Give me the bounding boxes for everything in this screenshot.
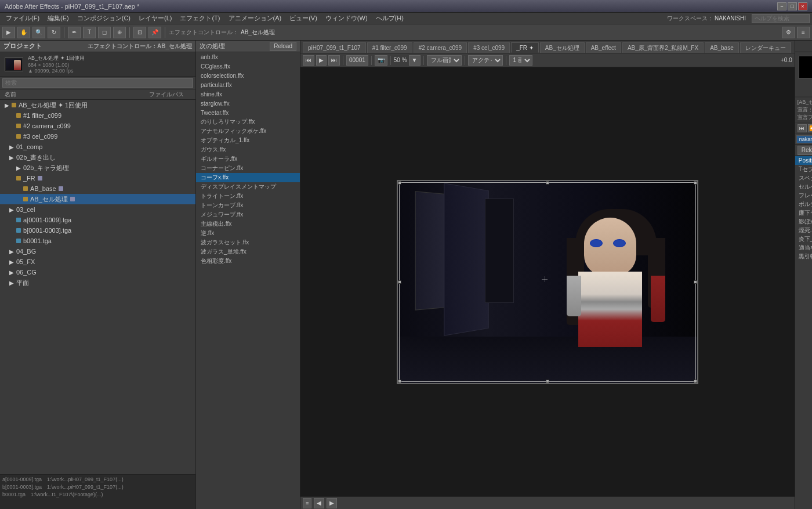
effect-corfx[interactable]: コーフx.ffx	[196, 173, 300, 182]
reffect-9[interactable]: 炎下_独.ffx	[795, 234, 812, 243]
project-search-input[interactable]	[2, 78, 193, 88]
menu-view[interactable]: ビュー(V)	[286, 13, 321, 24]
reffect-11[interactable]: 黒引軌跡.ffx	[795, 252, 812, 261]
tree-item-3[interactable]: #3 cel_c099	[0, 131, 195, 142]
tree-item-0[interactable]: ▶ AB_セル処理 ✦ 1回使用	[0, 100, 195, 110]
menu-comp[interactable]: コンポジション(C)	[74, 13, 134, 24]
effect-waveglass2[interactable]: 波ガラス_単埃.ffx	[196, 247, 300, 257]
effect-reverse[interactable]: 逆.ffx	[196, 229, 300, 238]
comp-tab-camera[interactable]: #2 camera_c099	[414, 42, 467, 53]
comp-tool-forward[interactable]: ⏭	[328, 55, 340, 66]
effect-colorsel[interactable]: colorselection.ffx	[196, 71, 300, 80]
tool-text[interactable]: T	[83, 27, 96, 38]
effect-particular[interactable]: particular.ffx	[196, 80, 300, 89]
tool-zoom[interactable]: 🔍	[32, 27, 45, 38]
tool-rotate[interactable]: ↻	[48, 27, 60, 38]
comp-tab-ab-cel[interactable]: AB_セル処理	[540, 42, 585, 53]
help-search-input[interactable]	[752, 14, 810, 23]
preview-first[interactable]: ⏮	[798, 124, 807, 132]
comp-view-select[interactable]: 1 画面	[509, 55, 532, 66]
effect-displace[interactable]: ディスプレイスメントマップ	[196, 182, 300, 192]
right-reload-button[interactable]: Reload	[798, 146, 812, 155]
reffect-4[interactable]: フレームカサブラウ.ffx	[795, 191, 812, 200]
effects-reload-button[interactable]: Reload	[270, 42, 296, 51]
comp-snapshot[interactable]: 📷	[375, 55, 387, 66]
comp-camera-select[interactable]: アクティブカメラ	[468, 55, 503, 66]
reffect-3[interactable]: セルベルスカラーグ.ffx	[795, 182, 812, 191]
comp-zoom-down[interactable]: ▼	[409, 55, 420, 66]
comp-tool-back[interactable]: ⏮	[303, 55, 314, 66]
tree-item-17[interactable]: ▶ 平面	[0, 277, 195, 288]
tree-item-10[interactable]: ▶ 03_cel	[0, 204, 195, 215]
reffect-1[interactable]: Tセブリset.ffx	[795, 165, 812, 174]
menu-layer[interactable]: レイヤー(L)	[135, 13, 175, 24]
maximize-button[interactable]: □	[788, 2, 797, 10]
menu-animation[interactable]: アニメーション(A)	[225, 13, 285, 24]
tree-item-7[interactable]: _FR	[0, 173, 195, 183]
tree-item-4[interactable]: ▶ 01_comp	[0, 142, 195, 152]
menu-effect[interactable]: エフェクト(T)	[176, 13, 223, 24]
comp-nav-next[interactable]: ▶	[327, 498, 337, 508]
tool-pen[interactable]: ✒	[68, 27, 81, 38]
comp-tab-ab-haikei[interactable]: AB_原_背面界2_私服M_FX	[622, 42, 704, 53]
comp-tab-fr[interactable]: _FR ✦	[511, 42, 539, 53]
comp-quality-select[interactable]: フル画質 1/2画質 1/4画質	[427, 55, 462, 66]
effect-edgedetect[interactable]: 主線税出.ffx	[196, 219, 300, 229]
tree-item-15[interactable]: ▶ 05_FX	[0, 257, 195, 267]
effect-gilaura[interactable]: ギルオーラ.ffx	[196, 154, 300, 164]
effect-anamorphic[interactable]: アナモルフィックボケ.ffx	[196, 127, 300, 136]
menu-file[interactable]: ファイル(F)	[2, 13, 43, 24]
tree-item-6[interactable]: ▶ 02b_キャラ処理	[0, 163, 195, 173]
tool-clone[interactable]: ⊕	[113, 27, 126, 38]
comp-nav-prev[interactable]: ◀	[314, 498, 324, 508]
comp-tool-play[interactable]: ▶	[316, 55, 327, 66]
reffect-10[interactable]: 適当な火の.ffx	[795, 243, 812, 252]
tree-item-16[interactable]: ▶ 06_CG	[0, 267, 195, 277]
menu-window[interactable]: ウィンドウ(W)	[322, 13, 371, 24]
tree-item-8[interactable]: AB_base	[0, 183, 195, 194]
tool-select[interactable]: ▶	[2, 27, 15, 38]
tool-extra1[interactable]: ⚙	[782, 27, 795, 38]
reffect-2[interactable]: スペクトル.ffx	[795, 174, 812, 182]
comp-tab-ab-effect[interactable]: AB_effect	[586, 42, 621, 53]
preview-prev[interactable]: ⏪	[808, 124, 812, 132]
menu-help[interactable]: ヘルプ(H)	[372, 13, 407, 24]
comp-tab-filter[interactable]: #1 filter_c099	[367, 42, 412, 53]
effect-starglow[interactable]: starglow.ffx	[196, 99, 300, 108]
comp-tab-ab-base[interactable]: AB_base	[705, 42, 739, 53]
reffect-7[interactable]: 影ぼかし_アスタ.ffx	[795, 217, 812, 226]
title-controls[interactable]: − □ ×	[777, 2, 807, 10]
tree-item-5[interactable]: ▶ 02b_書き出し	[0, 152, 195, 163]
subtab-nakanishi[interactable]: nakanishi	[796, 135, 812, 143]
comp-tab-piH07[interactable]: piH07_099_t1_F107	[303, 42, 366, 53]
tree-item-1[interactable]: #1 filter_c099	[0, 110, 195, 121]
effect-cornerpin[interactable]: コーナーピン.ffx	[196, 164, 300, 173]
menu-edit[interactable]: 編集(E)	[44, 13, 72, 24]
effect-tritone[interactable]: トライトーン.ffx	[196, 192, 300, 201]
tree-item-11[interactable]: a[0001-0009].tga	[0, 215, 195, 225]
effect-tonecurve[interactable]: トーンカーブ.ffx	[196, 201, 300, 210]
effect-tweeter[interactable]: Tweetar.ffx	[196, 108, 300, 117]
tree-item-14[interactable]: ▶ 04_BG	[0, 246, 195, 257]
reffect-5[interactable]: ポルテッカ.ffx	[795, 200, 812, 208]
tool-extra2[interactable]: ≡	[797, 27, 810, 38]
effect-huesaturation[interactable]: 色相彩度.ffx	[196, 257, 300, 266]
comp-tab-renderqueue[interactable]: レンダーキュー	[740, 42, 791, 53]
tree-item-13[interactable]: b0001.tga	[0, 236, 195, 246]
comp-tab-cel[interactable]: #3 cel_c099	[468, 42, 510, 53]
effect-ccglass[interactable]: CCglass.ffx	[196, 62, 300, 71]
reffect-6[interactable]: 廉下モニターT光.ffx	[795, 208, 812, 217]
tree-item-2[interactable]: #2 camera_c099	[0, 121, 195, 131]
effect-waveglass[interactable]: 波ガラスセット.ffx	[196, 238, 300, 247]
reffect-8[interactable]: 煙死.ffx	[795, 226, 812, 234]
tree-item-9[interactable]: AB_セル処理	[0, 194, 195, 204]
tool-shape[interactable]: ◻	[98, 27, 111, 38]
effect-optical[interactable]: オプティカル_1.ffx	[196, 136, 300, 145]
minimize-button[interactable]: −	[777, 2, 786, 10]
tool-hand[interactable]: ✋	[17, 27, 30, 38]
effect-shine[interactable]: shine.ffx	[196, 89, 300, 99]
tab-info[interactable]: 情報	[795, 41, 812, 52]
tool-mask[interactable]: ⊡	[133, 27, 146, 38]
effect-anb[interactable]: anb.ffx	[196, 52, 300, 62]
tool-pin[interactable]: 📌	[148, 27, 161, 38]
